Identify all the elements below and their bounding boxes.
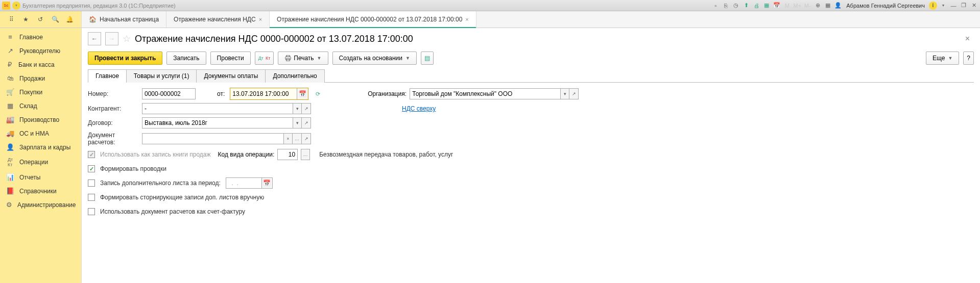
vat-mode-link[interactable]: НДС сверху	[402, 105, 436, 112]
doc-tab-goods[interactable]: Товары и услуги (1)	[126, 69, 197, 83]
create-based-button[interactable]: Создать на основании ▼	[332, 52, 417, 65]
doc-tab-main[interactable]: Главное	[88, 69, 127, 83]
use-settlement-doc-checkbox[interactable]	[88, 208, 95, 215]
tab-home[interactable]: 🏠 Начальная страница	[82, 11, 166, 28]
favorite-icon[interactable]: ★	[21, 15, 31, 24]
tb-m1[interactable]: M	[783, 2, 791, 10]
contract-input[interactable]	[142, 117, 293, 128]
page-close-icon[interactable]: ×	[961, 32, 974, 45]
bell-icon[interactable]: 🔔	[65, 15, 75, 24]
sidebar-item-label: Банк и касса	[18, 61, 55, 68]
structure-button[interactable]: ▤	[421, 52, 434, 65]
open-button[interactable]: ↗	[302, 133, 311, 144]
nav-forward-button[interactable]: →	[105, 32, 118, 45]
sidebar-item-label: Руководителю	[19, 47, 60, 55]
window-minimize-icon[interactable]: —	[949, 2, 958, 10]
app-menu-icon[interactable]: ▾	[12, 2, 20, 10]
tb-icon-1[interactable]: ▫	[711, 2, 720, 10]
nav-back-button[interactable]: ←	[88, 32, 101, 45]
sidebar-item-label: Администрирование	[17, 201, 76, 209]
help-button[interactable]: ?	[963, 52, 974, 65]
additional-sheet-date-input[interactable]	[226, 177, 261, 189]
date-input[interactable]	[230, 88, 297, 99]
close-icon[interactable]: ×	[465, 16, 468, 22]
number-input[interactable]	[142, 88, 196, 99]
tab-nds-doc-label: Отражение начисления НДС 0000-000002 от …	[277, 16, 462, 23]
tb-grid-icon[interactable]: ▦	[824, 2, 832, 10]
sidebar-item-admin[interactable]: ⚙Администрирование	[0, 198, 81, 212]
tab-nds-list[interactable]: Отражение начисления НДС ×	[166, 11, 270, 28]
window-titlebar: 1c ▾ Бухгалтерия предприятия, редакция 3…	[0, 0, 980, 11]
sidebar-item-reports[interactable]: 📊Отчеты	[0, 170, 81, 184]
tb-icon-2[interactable]: ⎘	[722, 2, 730, 10]
user-name[interactable]: Абрамов Геннадий Сергеевич	[844, 3, 927, 9]
tb-m2[interactable]: M+	[793, 2, 801, 10]
create-based-label: Создать на основании	[339, 55, 403, 62]
counterparty-input[interactable]	[142, 103, 293, 114]
sidebar-item-operations[interactable]: ДтКтОперации	[0, 154, 81, 170]
sidebar-item-assets[interactable]: 🚚ОС и НМА	[0, 126, 81, 140]
more-button[interactable]: Еще ▼	[926, 52, 959, 65]
additional-sheet-checkbox[interactable]	[88, 179, 95, 187]
star-icon[interactable]: ☆	[123, 33, 131, 44]
info-drop-icon[interactable]: ▾	[939, 2, 947, 10]
dropdown-button[interactable]: ▾	[560, 88, 569, 99]
more-label: Еще	[933, 55, 945, 62]
sidebar-item-manager[interactable]: ↗Руководителю	[0, 44, 81, 58]
sidebar-item-references[interactable]: 📕Справочники	[0, 184, 81, 198]
print-button[interactable]: Печать ▼	[278, 52, 328, 65]
op-code-input[interactable]	[277, 149, 298, 160]
org-input[interactable]	[410, 88, 560, 99]
sidebar-item-label: Отчеты	[19, 174, 40, 181]
save-button[interactable]: Записать	[166, 52, 206, 65]
form-postings-checkbox[interactable]	[88, 165, 95, 172]
org-combo: ▾ ↗	[410, 88, 579, 99]
sidebar-item-sales[interactable]: 🛍Продажи	[0, 71, 81, 85]
window-close-icon[interactable]: ✕	[970, 2, 978, 10]
select-button[interactable]: …	[293, 133, 302, 144]
refresh-icon[interactable]: ⟳	[314, 90, 322, 98]
tb-zoom-icon[interactable]: ⊕	[814, 2, 822, 10]
sidebar-item-warehouse[interactable]: ▦Склад	[0, 99, 81, 113]
tb-icon-3[interactable]: ◷	[732, 2, 740, 10]
content-area: ← → ☆ Отражение начисления НДС 0000-0000…	[82, 28, 980, 283]
doc-tab-additional[interactable]: Дополнительно	[265, 69, 324, 83]
sidebar-item-main[interactable]: ≡Главное	[0, 30, 81, 44]
tb-icon-4[interactable]: ⬆	[742, 2, 750, 10]
tb-icon-cal[interactable]: 📅	[773, 2, 781, 10]
tb-icon-5[interactable]: 🖨	[752, 2, 760, 10]
from-label: от:	[199, 90, 227, 97]
sidebar-item-purchases[interactable]: 🛒Покупки	[0, 85, 81, 99]
info-icon[interactable]: i	[929, 2, 937, 10]
tb-m3[interactable]: M-	[803, 2, 811, 10]
dtKt-button[interactable]: ДтКт	[255, 52, 274, 65]
doc-tab-payments[interactable]: Документы оплаты	[196, 69, 266, 83]
tabbar-tools: ⠿ ★ ↺ 🔍 🔔	[0, 11, 82, 28]
sidebar-item-label: Производство	[19, 116, 59, 123]
dropdown-button[interactable]: ▾	[293, 117, 302, 128]
sidebar-item-production[interactable]: 🏭Производство	[0, 113, 81, 126]
calendar-button[interactable]: 📅	[261, 177, 273, 189]
settlement-doc-input[interactable]	[142, 133, 283, 144]
open-button[interactable]: ↗	[302, 117, 311, 128]
open-button[interactable]: ↗	[569, 88, 579, 99]
dropdown-button[interactable]: ▾	[293, 103, 302, 114]
history-icon[interactable]: ↺	[36, 15, 45, 24]
clear-button[interactable]: ×	[283, 133, 293, 144]
select-button[interactable]: …	[301, 149, 310, 160]
close-icon[interactable]: ×	[259, 16, 262, 22]
form-reversal-checkbox[interactable]	[88, 194, 95, 201]
print-label: Печать	[294, 55, 314, 62]
calendar-button[interactable]: 📅	[297, 88, 308, 99]
post-button[interactable]: Провести	[210, 52, 251, 65]
post-and-close-button[interactable]: Провести и закрыть	[88, 52, 162, 65]
tb-icon-calc[interactable]: ▦	[762, 2, 771, 10]
tab-nds-doc[interactable]: Отражение начисления НДС 0000-000002 от …	[270, 11, 476, 28]
op-code-hint: Безвозмездная передача товаров, работ, у…	[319, 151, 453, 158]
open-button[interactable]: ↗	[302, 103, 311, 114]
window-restore-icon[interactable]: ❐	[960, 2, 968, 10]
search-icon[interactable]: 🔍	[51, 15, 60, 24]
apps-icon[interactable]: ⠿	[7, 15, 16, 24]
sidebar-item-bank[interactable]: Банк и касса	[0, 58, 81, 71]
sidebar-item-hr[interactable]: 👤Зарплата и кадры	[0, 140, 81, 154]
